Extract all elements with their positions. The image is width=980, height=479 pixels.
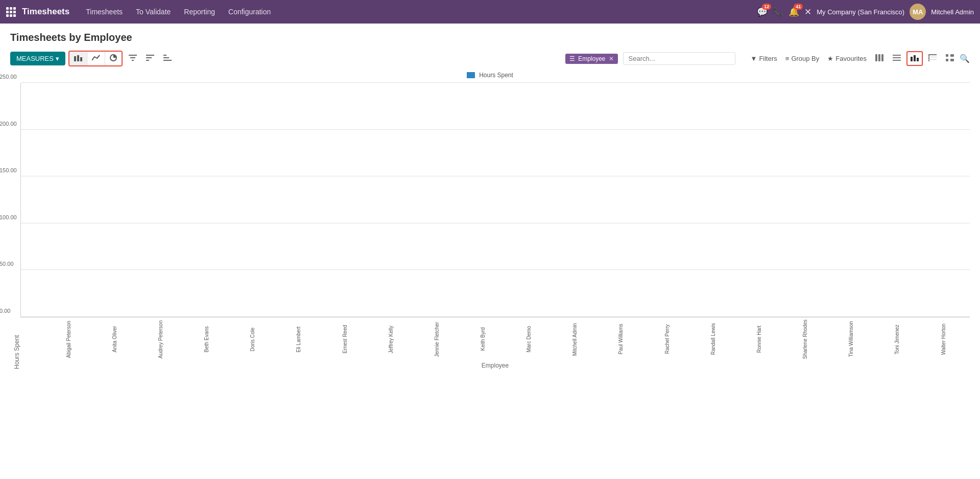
filter-actions: ▼ Filters ≡ Group By ★ Favourites [751, 55, 867, 62]
list-view-button[interactable] [889, 52, 904, 65]
activity-icon[interactable]: 🔔 41 [788, 7, 799, 17]
x-label-group: Mitchell Admin [553, 320, 597, 359]
y-tick-label: 50.00 [0, 261, 14, 267]
x-label: Randall Lewis [710, 320, 716, 359]
graph-view-button[interactable] [906, 51, 923, 66]
kanban-view-button[interactable] [872, 52, 887, 65]
svg-rect-22 [928, 54, 937, 55]
search-icon[interactable]: 🔍 [960, 54, 970, 63]
svg-rect-7 [146, 55, 154, 56]
pie-chart-icon [110, 55, 117, 63]
chart-type-group [68, 51, 123, 66]
x-label: Audrey Peterson [158, 320, 163, 359]
x-label-group: Walter Horton [921, 320, 966, 359]
sort-asc-button[interactable] [143, 52, 157, 66]
x-label: Eli Lambert [296, 320, 301, 359]
pivot-view-button[interactable] [925, 52, 940, 65]
pie-chart-button[interactable] [105, 52, 122, 65]
settings-view-button[interactable] [942, 52, 958, 65]
x-label: Abigail Peterson [66, 320, 71, 359]
svg-rect-9 [146, 60, 149, 61]
user-avatar[interactable]: MA [910, 4, 926, 20]
x-label: Toni Jimenez [894, 320, 900, 359]
x-label: Anita Oliver [112, 320, 117, 359]
bar-chart-button[interactable] [69, 52, 87, 65]
x-label-group: Ernest Reed [322, 320, 367, 359]
svg-rect-5 [130, 57, 135, 58]
phone-icon[interactable]: 📞 [773, 7, 783, 17]
app-brand[interactable]: Timesheets [22, 7, 69, 17]
gridline [21, 176, 970, 176]
x-label-group: Toni Jimenez [875, 320, 920, 359]
measures-chevron-icon: ▾ [56, 55, 59, 62]
svg-rect-27 [946, 59, 948, 61]
view-toggles: 🔍 [872, 51, 970, 66]
x-label: Jennie Fletcher [434, 320, 440, 359]
messages-icon[interactable]: 💬 12 [757, 7, 768, 17]
x-label-group: Jeffrey Kelly [368, 320, 413, 359]
employee-filter-tag[interactable]: ☰ Employee ✕ [565, 54, 617, 64]
svg-rect-21 [917, 58, 919, 61]
sort-default-button[interactable] [126, 52, 140, 66]
page-title: Timesheets by Employee [10, 32, 970, 43]
x-label-group: Anita Oliver [92, 320, 137, 359]
svg-rect-28 [950, 54, 954, 57]
nav-to-validate[interactable]: To Validate [130, 5, 177, 19]
message-badge: 12 [762, 4, 771, 10]
svg-rect-0 [74, 56, 76, 61]
filter-tag-close-icon[interactable]: ✕ [609, 55, 614, 62]
filter-tag-icon: ☰ [569, 55, 575, 62]
favourites-button[interactable]: ★ Favourites [827, 55, 867, 62]
x-label-group: Marc Demo [507, 320, 552, 359]
toolbar-row: MEASURES ▾ [10, 51, 970, 66]
gridline [21, 223, 970, 223]
close-icon[interactable]: ✕ [804, 7, 811, 17]
nav-reporting[interactable]: Reporting [178, 5, 221, 19]
filters-button[interactable]: ▼ Filters [751, 55, 777, 62]
svg-rect-1 [77, 55, 79, 61]
nav-timesheets[interactable]: Timesheets [80, 5, 129, 19]
chart-container: Hours Spent Hours Spent 0.0050.00100.001… [10, 72, 970, 383]
gridline [21, 129, 970, 130]
x-label-group: Sharlene Rhodes [783, 320, 828, 359]
filter-icon: ▼ [751, 55, 757, 62]
chart-plot: 0.0050.00100.00150.00200.00250.00 [20, 83, 970, 317]
svg-rect-20 [914, 55, 916, 61]
nav-configuration[interactable]: Configuration [222, 5, 277, 19]
svg-rect-6 [132, 60, 134, 61]
svg-rect-26 [946, 54, 948, 57]
svg-rect-29 [950, 59, 954, 61]
nav-menu: Timesheets To Validate Reporting Configu… [80, 5, 755, 19]
svg-rect-14 [878, 54, 880, 61]
x-label: Keith Byrd [480, 320, 486, 359]
svg-rect-16 [893, 55, 901, 56]
gridline [21, 82, 970, 83]
svg-rect-15 [881, 54, 883, 61]
topnav-right: 💬 12 📞 🔔 41 ✕ My Company (San Francisco)… [757, 4, 974, 20]
legend-color-swatch [467, 72, 475, 78]
x-label: Walter Horton [941, 320, 946, 359]
grid-menu-icon[interactable] [6, 7, 16, 17]
y-tick-label: 250.00 [0, 74, 17, 80]
username[interactable]: Mitchell Admin [931, 8, 974, 16]
search-input[interactable] [623, 52, 735, 65]
x-label: Beth Evans [204, 320, 209, 359]
x-label-group: Abigail Peterson [46, 320, 91, 359]
measures-button[interactable]: MEASURES ▾ [10, 52, 65, 65]
svg-rect-2 [80, 57, 82, 61]
x-label-group: Paul Williams [599, 320, 643, 359]
line-chart-button[interactable] [87, 52, 105, 65]
groupby-icon: ≡ [785, 55, 790, 62]
x-label: Tina Williamson [848, 320, 854, 359]
settings-icon [946, 55, 954, 63]
y-tick-label: 200.00 [0, 121, 17, 127]
list-icon [893, 55, 901, 63]
svg-rect-18 [893, 60, 901, 61]
chart-inner: 0.0050.00100.00150.00200.00250.00 Abigai… [20, 83, 970, 369]
svg-rect-10 [163, 55, 166, 56]
sort-desc-button[interactable] [160, 52, 175, 66]
x-label-group: Audrey Peterson [138, 320, 183, 359]
group-by-button[interactable]: ≡ Group By [785, 55, 820, 62]
x-label-group: Randall Lewis [690, 320, 735, 359]
svg-rect-12 [163, 60, 172, 61]
